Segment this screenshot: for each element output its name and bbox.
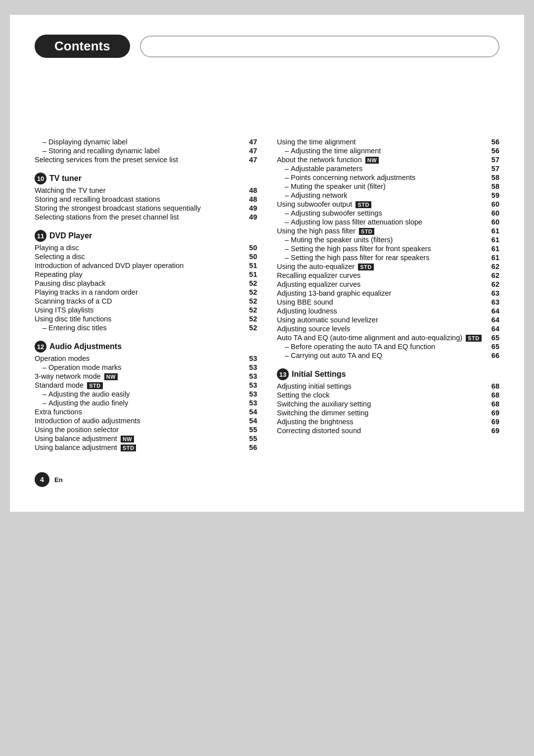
list-item: Using balance adjustment NW55 [35,435,257,443]
badge-nw: NW [365,157,379,164]
list-item: Operation modes 53 [35,355,257,362]
entry-page-num: 69 [491,409,499,417]
entry-text: –Adjusting subwoofer settings [285,209,489,217]
entry-text: Using ITS playlists [35,306,246,314]
dash-symbol: – [43,324,46,332]
entry-page-num: 53 [249,381,257,389]
list-item: –Points concerning network adjustments 5… [277,174,499,181]
section-title: TV tuner [49,174,82,183]
entry-page-num: 49 [249,213,257,221]
list-item: –Entering disc titles 52 [35,324,257,332]
badge-std: STD [359,228,375,235]
entry-text: Extra functions [35,408,246,416]
list-item: Using the position selector 55 [35,426,257,434]
section-header: 12Audio Adjustments [35,341,257,353]
entry-page-num: 47 [249,138,257,146]
entry-text: –Displaying dynamic label [43,138,246,146]
page-title: Contents [54,39,110,53]
entry-text: Using subwoofer output STD [277,200,489,208]
list-item: Using balance adjustment STD56 [35,444,257,451]
entry-page-num: 63 [491,289,499,297]
list-item: –Adjusting low pass filter attenuation s… [277,218,499,226]
list-item: –Adjusting the time alignment 56 [277,147,499,155]
list-item: Extra functions 54 [35,408,257,416]
entry-text: –Adjusting network [285,191,489,199]
section-number: 11 [35,230,46,242]
list-item: –Operation mode marks 53 [35,363,257,371]
entry-text: –Muting the speaker units (filters) [285,236,489,244]
badge-std: STD [356,201,371,208]
entry-text: Selecting services from the preset servi… [35,156,246,164]
section-header: 13Initial Settings [277,368,499,380]
dash-symbol: – [285,245,289,253]
list-item: Pausing disc playback 52 [35,279,257,287]
list-item: Using the time alignment 56 [277,138,499,146]
entry-text: Switching the dimmer setting [277,409,489,417]
entry-text: –Setting the high pass filter for front … [285,245,489,253]
badge-std: STD [358,264,374,270]
entry-page-num: 53 [249,390,257,398]
entry-text: Using balance adjustment STD [35,444,246,451]
entry-page-num: 63 [491,298,499,306]
badge-std: STD [87,382,103,389]
entry-text: Using balance adjustment NW [35,435,246,443]
entry-page-num: 68 [491,400,499,408]
entry-page-num: 48 [249,195,257,203]
list-item: Correcting distorted sound 69 [277,427,499,435]
entry-text: Switching the auxiliary setting [277,400,489,408]
dash-symbol: – [285,343,289,351]
entry-text: Using automatic sound levelizer [277,316,489,324]
entry-text: –Adjustable parameters [285,165,489,173]
entry-text: Standard mode STD [35,381,246,389]
entry-text: Repeating play [35,270,246,278]
entry-page-num: 57 [491,165,499,173]
entry-page-num: 54 [249,408,257,416]
entry-page-num: 54 [249,417,257,425]
entry-page-num: 60 [491,209,499,217]
entry-page-num: 68 [491,382,499,390]
list-item: Using BBE sound 63 [277,298,499,306]
entry-text: Storing the strongest broadcast stations… [35,204,246,212]
entry-text: –Before operating the auto TA and EQ fun… [285,343,489,351]
list-item: Storing and recalling broadcast stations… [35,195,257,203]
entry-page-num: 47 [249,147,257,155]
entry-page-num: 52 [249,306,257,314]
list-item: Auto TA and EQ (auto-time alignment and … [277,334,499,342]
entry-text: Adjusting source levels [277,325,489,333]
list-item: Using ITS playlists 52 [35,306,257,314]
left-column: –Displaying dynamic label 47–Storing and… [35,137,257,452]
entry-text: Adjusting equalizer curves [277,280,489,288]
list-item: Watching the TV tuner 48 [35,186,257,194]
dash-symbol: – [43,138,46,146]
dash-symbol: – [285,182,289,190]
list-item: Playing a disc 50 [35,244,257,252]
entry-text: Selecting a disc [35,253,246,261]
list-item: –Displaying dynamic label 47 [35,138,257,146]
entry-page-num: 55 [249,426,257,434]
entry-text: Setting the clock [277,391,489,399]
list-item: –Carrying out auto TA and EQ 66 [277,352,499,359]
list-item: –Adjusting the audio finely 53 [35,399,257,407]
list-item: –Setting the high pass filter for rear s… [277,254,499,262]
list-item: Setting the clock 68 [277,391,499,399]
list-item: Using automatic sound levelizer 64 [277,316,499,324]
dash-symbol: – [285,165,289,173]
list-item: Scanning tracks of a CD 52 [35,297,257,305]
entry-page-num: 56 [249,444,257,451]
entry-text: Introduction of advanced DVD player oper… [35,262,246,269]
entry-page-num: 61 [491,236,499,244]
entry-text: Using the high pass filter STD [277,227,489,235]
entry-page-num: 50 [249,253,257,261]
entry-page-num: 60 [491,200,499,208]
entry-page-num: 51 [249,270,257,278]
entry-page-num: 50 [249,244,257,252]
list-item: About the network function NW57 [277,156,499,164]
entry-text: Watching the TV tuner [35,186,246,194]
entry-text: Introduction of audio adjustments [35,417,246,425]
dash-symbol: – [43,399,46,407]
badge-std: STD [466,335,482,342]
entry-page-num: 58 [491,174,499,181]
entry-text: Operation modes [35,355,246,362]
dash-symbol: – [285,174,289,181]
dash-symbol: – [43,147,46,155]
